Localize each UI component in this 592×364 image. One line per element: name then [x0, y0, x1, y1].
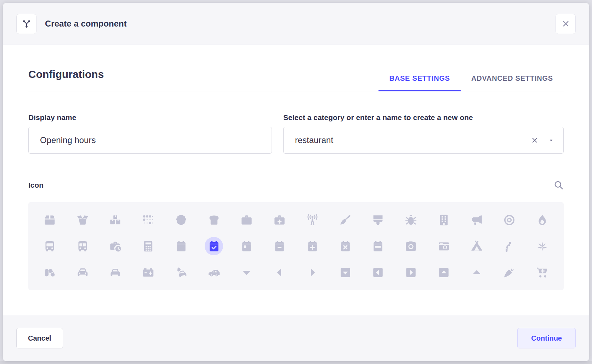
icon-capsules[interactable] — [40, 263, 59, 281]
icon-car-battery[interactable] — [139, 263, 158, 281]
display-name-label: Display name — [28, 113, 272, 122]
icon-business-time[interactable] — [106, 237, 125, 255]
icon-cell — [132, 207, 165, 233]
icon-broadcast-tower[interactable] — [303, 211, 321, 229]
icon-braille[interactable] — [139, 211, 158, 229]
icon-caret-down[interactable] — [238, 263, 256, 281]
icon-calendar-times[interactable] — [336, 237, 354, 255]
icon-car[interactable] — [73, 263, 92, 281]
tab-advanced-settings[interactable]: ADVANCED SETTINGS — [461, 74, 564, 91]
icon-cell — [263, 207, 296, 233]
icon-cell — [132, 233, 165, 259]
icon-camera-retro[interactable] — [434, 237, 453, 255]
icon-cell — [165, 233, 198, 259]
component-icon — [16, 14, 36, 34]
icon-burn[interactable] — [533, 211, 552, 229]
icon-calendar-plus[interactable] — [303, 237, 321, 255]
icon-brain[interactable] — [172, 211, 190, 229]
icon-cell — [427, 207, 460, 233]
create-component-modal: Create a component Configurations BASE S… — [3, 3, 589, 361]
icon-calendar[interactable] — [172, 237, 190, 255]
icon-cell — [33, 259, 66, 285]
background-page — [0, 361, 592, 364]
icon-cell — [329, 233, 362, 259]
icon-caret-left[interactable] — [271, 263, 289, 281]
icon-briefcase-medical[interactable] — [271, 211, 289, 229]
icon-box-open[interactable] — [73, 211, 92, 229]
clear-icon[interactable] — [530, 136, 539, 144]
icon-cell — [198, 233, 230, 259]
form-fields: Display name Select a category or enter … — [28, 113, 564, 154]
icon-bullhorn[interactable] — [467, 211, 486, 229]
cancel-button[interactable]: Cancel — [16, 328, 63, 348]
icon-cell — [394, 259, 427, 285]
icon-cell — [230, 259, 263, 285]
icon-calendar-check[interactable] — [205, 237, 223, 255]
icon-cannabis[interactable] — [533, 237, 552, 255]
icon-cell — [394, 233, 427, 259]
icon-carrot[interactable] — [500, 263, 519, 281]
icon-cell — [296, 233, 329, 259]
icon-car-alt[interactable] — [106, 263, 125, 281]
icon-cell — [493, 207, 526, 233]
search-icon[interactable] — [553, 180, 564, 190]
icon-car-crash[interactable] — [172, 263, 190, 281]
icon-calendar-week[interactable] — [369, 237, 387, 255]
icon-broom[interactable] — [336, 211, 354, 229]
icon-candy-cane[interactable] — [500, 237, 519, 255]
category-field-group: Select a category or enter a name to cre… — [283, 113, 564, 154]
icon-cell — [526, 233, 559, 259]
icon-cell — [165, 259, 198, 285]
icon-bug[interactable] — [402, 211, 420, 229]
icon-box[interactable] — [40, 211, 59, 229]
icon-campground[interactable] — [467, 237, 486, 255]
category-select-value: restaurant — [295, 135, 530, 145]
icon-cell — [66, 207, 99, 233]
icon-caret-square-right[interactable] — [402, 263, 420, 281]
icon-cart-plus[interactable] — [533, 263, 552, 281]
config-header: Configurations BASE SETTINGS ADVANCED SE… — [28, 68, 564, 91]
close-button[interactable] — [556, 14, 576, 34]
icon-caret-square-up[interactable] — [434, 263, 453, 281]
icon-cell — [99, 207, 132, 233]
icon-grid — [28, 202, 564, 290]
icon-calculator[interactable] — [139, 237, 158, 255]
category-select[interactable]: restaurant — [283, 127, 564, 154]
icon-cell — [198, 207, 230, 233]
icon-brush[interactable] — [369, 211, 387, 229]
icon-cell — [198, 259, 230, 285]
icon-cell — [460, 233, 493, 259]
icon-section-head: Icon — [28, 180, 564, 190]
icon-caret-up[interactable] — [467, 263, 486, 281]
icon-cell — [99, 233, 132, 259]
settings-tabs: BASE SETTINGS ADVANCED SETTINGS — [378, 74, 564, 91]
display-name-field-group: Display name — [28, 113, 272, 154]
icon-boxes[interactable] — [106, 211, 125, 229]
icon-bus-alt[interactable] — [73, 237, 92, 255]
icon-cell — [493, 233, 526, 259]
icon-car-side[interactable] — [205, 263, 223, 281]
icon-cell — [493, 259, 526, 285]
modal-title: Create a component — [45, 19, 127, 29]
continue-button[interactable]: Continue — [517, 328, 576, 348]
icon-calendar-day[interactable] — [238, 237, 256, 255]
icon-bread-slice[interactable] — [205, 211, 223, 229]
icon-calendar-minus[interactable] — [271, 237, 289, 255]
icon-building[interactable] — [434, 211, 453, 229]
icon-camera[interactable] — [402, 237, 420, 255]
icon-bullseye[interactable] — [500, 211, 519, 229]
icon-cell — [165, 207, 198, 233]
icon-cell — [394, 207, 427, 233]
icon-briefcase[interactable] — [238, 211, 256, 229]
icon-caret-square-down[interactable] — [336, 263, 354, 281]
icon-caret-square-left[interactable] — [369, 263, 387, 281]
chevron-down-icon[interactable] — [548, 137, 554, 143]
icon-bus[interactable] — [40, 237, 59, 255]
icon-cell — [263, 233, 296, 259]
display-name-input[interactable] — [28, 127, 272, 154]
icon-cell — [362, 259, 395, 285]
icon-cell — [99, 259, 132, 285]
icon-cell — [526, 207, 559, 233]
tab-base-settings[interactable]: BASE SETTINGS — [378, 74, 461, 91]
icon-caret-right[interactable] — [303, 263, 321, 281]
